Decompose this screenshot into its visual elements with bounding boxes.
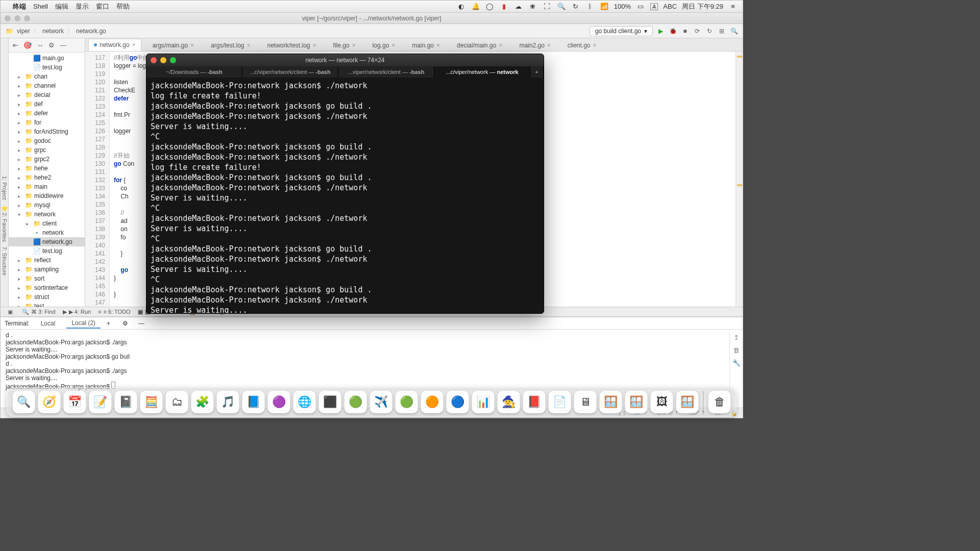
editor-tab[interactable]: main2.go× bbox=[508, 39, 556, 51]
dock-app[interactable]: 📕 bbox=[523, 391, 546, 413]
dock-app[interactable]: 🟢 bbox=[396, 391, 418, 413]
dock-app[interactable]: 🟠 bbox=[421, 391, 444, 413]
collapse-icon[interactable]: ⇤ bbox=[13, 41, 18, 49]
editor-tab[interactable]: args/test.log× bbox=[200, 39, 256, 51]
toolwindow-run[interactable]: ▶▶ 4: Run bbox=[63, 309, 91, 315]
dock-app[interactable]: 🧙 bbox=[498, 391, 520, 413]
status-icon[interactable]: ⛶ bbox=[543, 3, 552, 10]
hide-icon[interactable]: — bbox=[60, 41, 66, 49]
debug-button[interactable]: 🐞 bbox=[668, 28, 677, 35]
status-icon[interactable]: ◐ bbox=[457, 3, 466, 10]
breadcrumb[interactable]: network bbox=[42, 28, 64, 35]
zoom-button[interactable] bbox=[24, 15, 30, 21]
tree-item[interactable]: ▸📁sortinterface bbox=[9, 283, 85, 292]
terminal-tab[interactable]: Local (2) bbox=[66, 318, 101, 329]
dock-app[interactable]: 🎵 bbox=[217, 391, 239, 413]
toolwindow-toggle[interactable]: ▣ bbox=[6, 309, 15, 315]
gear-icon[interactable]: ⚙ bbox=[48, 41, 55, 49]
tree-item[interactable]: ▸📁defer bbox=[9, 109, 85, 118]
gear-icon[interactable]: ⚙ bbox=[122, 320, 128, 327]
dock[interactable]: 🔍🧭📅📝📓🧮🗂🧩🎵📘🟣🌐⬛🟢✈️🟢🟠🔵📊🧙📕📄🖥🪟🪟🖼🪟🗑 bbox=[7, 387, 737, 417]
dock-app[interactable]: ⬛ bbox=[319, 391, 341, 413]
menubar-item-window[interactable]: 窗口 bbox=[96, 2, 109, 11]
tree-item[interactable]: ▸📁reflect bbox=[9, 256, 85, 265]
terminal-tabs[interactable]: ~/Downloads — -bash...c/viper/network/cl… bbox=[146, 66, 544, 78]
close-button[interactable] bbox=[151, 57, 157, 63]
tree-item[interactable]: ▸📁grpc2 bbox=[9, 155, 85, 164]
editor-tabs[interactable]: network.go×args/main.go×args/test.log×ne… bbox=[85, 38, 743, 52]
editor-tab[interactable]: decial/main.go× bbox=[446, 39, 508, 51]
dock-app[interactable]: 📅 bbox=[64, 391, 86, 413]
tree-item[interactable]: ▸📁main bbox=[9, 182, 85, 191]
notification-center-icon[interactable]: ≡ bbox=[728, 3, 738, 10]
add-terminal-tab[interactable]: + bbox=[107, 320, 110, 327]
editor-tab[interactable]: main.go× bbox=[401, 39, 446, 51]
breadcrumb[interactable]: viper bbox=[17, 28, 30, 35]
dock-app[interactable]: 📘 bbox=[242, 391, 265, 413]
tree-item[interactable]: ▸📁client bbox=[9, 219, 85, 228]
menubar-item-help[interactable]: 帮助 bbox=[116, 2, 130, 11]
trash-icon[interactable]: 🗑 bbox=[708, 391, 731, 413]
tree-item[interactable]: ▸📁decial bbox=[9, 90, 85, 99]
terminal-app-window[interactable]: network — network — 74×24 ~/Downloads — … bbox=[146, 54, 544, 314]
dock-app[interactable]: 🔵 bbox=[447, 391, 469, 413]
status-icon[interactable]: 🔔 bbox=[471, 3, 480, 10]
toolbar-icon[interactable]: ⟳ bbox=[693, 28, 702, 35]
tree-item[interactable]: ▸📁chan bbox=[9, 72, 85, 81]
editor-tab[interactable]: file.go× bbox=[322, 39, 361, 51]
tree-item[interactable]: ▸📁for bbox=[9, 118, 85, 127]
tree-item[interactable]: ▸📁middlewire bbox=[9, 191, 85, 201]
dock-app[interactable]: 📓 bbox=[115, 391, 137, 413]
tree-item[interactable]: ▸📁forAndString bbox=[9, 127, 85, 136]
terminal-tab[interactable]: ~/Downloads — -bash bbox=[146, 66, 242, 78]
toolwindow-find[interactable]: 🔍⌘ 3: Find bbox=[22, 309, 56, 315]
input-method[interactable]: ABC bbox=[663, 3, 677, 10]
dock-app[interactable]: 🪟 bbox=[625, 391, 648, 413]
expand-icon[interactable]: ↔ bbox=[37, 41, 43, 49]
dock-app[interactable]: 🪟 bbox=[600, 391, 622, 413]
close-button[interactable] bbox=[5, 15, 11, 21]
terminal-titlebar[interactable]: network — network — 74×24 bbox=[146, 54, 544, 66]
tree-item[interactable]: ▸📁godoc bbox=[9, 136, 85, 145]
tree-item[interactable]: ▸📁sort bbox=[9, 274, 85, 283]
status-icon[interactable]: ▮ bbox=[500, 3, 509, 10]
status-icon[interactable]: ☁ bbox=[514, 3, 523, 10]
search-icon[interactable]: 🔍 bbox=[557, 3, 566, 10]
editor-tab[interactable]: log.go× bbox=[361, 39, 401, 51]
menubar-item-view[interactable]: 显示 bbox=[76, 2, 89, 11]
minimize-button[interactable] bbox=[14, 15, 20, 21]
bluetooth-icon[interactable]: ᛒ bbox=[585, 3, 595, 10]
trash-icon[interactable]: 🗑 bbox=[733, 346, 740, 354]
dock-app[interactable]: 🪟 bbox=[676, 391, 699, 413]
terminal-tab[interactable]: ...c/viper/network/client — -bash bbox=[242, 66, 338, 78]
run-button[interactable]: ▶ bbox=[656, 28, 665, 35]
dock-app[interactable]: 🧭 bbox=[38, 391, 61, 413]
dock-app[interactable]: 🔍 bbox=[13, 391, 35, 413]
dock-app[interactable]: 🧮 bbox=[140, 391, 163, 413]
stop-button[interactable]: ■ bbox=[680, 28, 690, 35]
tree-item[interactable]: 📄test.log bbox=[9, 63, 85, 72]
toolwindow-todo[interactable]: ≡≡ 6: TODO bbox=[98, 309, 131, 315]
hide-icon[interactable]: — bbox=[138, 320, 144, 327]
dock-app[interactable]: 🌐 bbox=[293, 391, 316, 413]
tree-item[interactable]: ▪network bbox=[9, 228, 85, 237]
new-tab-button[interactable]: + bbox=[530, 66, 544, 78]
toolbar-icon[interactable]: ⊞ bbox=[717, 28, 726, 35]
tree-item[interactable]: ▸📁grpc bbox=[9, 145, 85, 155]
terminal-tab[interactable]: Local bbox=[36, 319, 61, 328]
breadcrumb[interactable]: network.go bbox=[76, 28, 106, 35]
tree-item[interactable]: ▸📁def bbox=[9, 99, 85, 109]
tree-item[interactable]: ▸📁hehe2 bbox=[9, 173, 85, 182]
tree-item[interactable]: ▸📁struct bbox=[9, 292, 85, 302]
dock-app[interactable]: ✈️ bbox=[370, 391, 393, 413]
editor-tab[interactable]: client.go× bbox=[556, 39, 602, 51]
tree-item[interactable]: 🟦main.go bbox=[9, 54, 85, 63]
editor-tab[interactable]: args/main.go× bbox=[141, 39, 200, 51]
editor-tab[interactable]: network.go× bbox=[88, 39, 141, 51]
tree-item[interactable]: ▸📁sampling bbox=[9, 265, 85, 274]
menubar-app[interactable]: 终端 bbox=[13, 2, 26, 11]
locate-icon[interactable]: 🎯 bbox=[23, 41, 32, 49]
tree-item[interactable]: 📄test.log bbox=[9, 246, 85, 256]
status-icon[interactable]: ◯ bbox=[485, 3, 495, 10]
status-icon[interactable]: ❀ bbox=[528, 3, 537, 10]
